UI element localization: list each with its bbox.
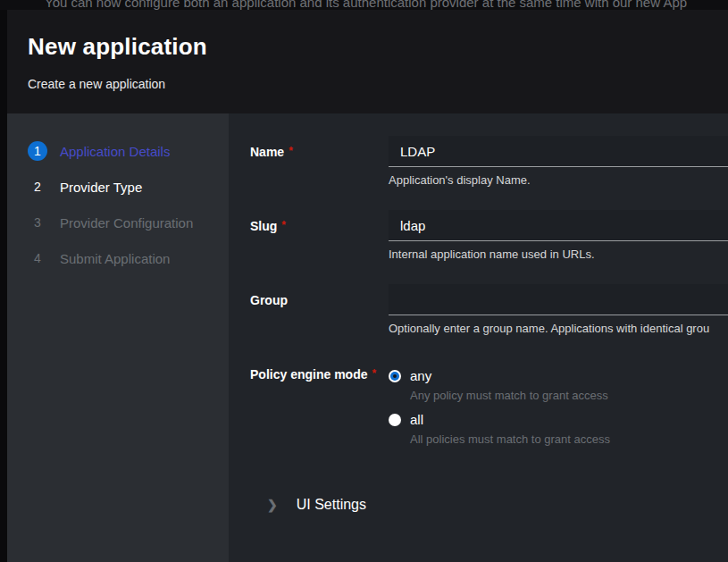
wizard-step-nav: 1 Application Details 2 Provider Type 3 … — [7, 113, 229, 562]
radio-any[interactable] — [389, 370, 401, 382]
step-provider-configuration: 3 Provider Configuration — [7, 205, 229, 240]
radio-all-label[interactable]: all — [410, 412, 423, 427]
step-3-label: Provider Configuration — [60, 215, 193, 231]
modal-header: New application Create a new application — [7, 10, 728, 113]
radio-any-label[interactable]: any — [410, 368, 431, 383]
name-input[interactable] — [389, 136, 728, 167]
group-help: Optionally enter a group name. Applicati… — [389, 322, 728, 335]
ui-settings-expander[interactable]: ❯ UI Settings — [250, 497, 728, 513]
policy-required-asterisk: * — [372, 367, 376, 380]
slug-field-row: Slug* Internal application name used in … — [250, 210, 728, 261]
ui-settings-label: UI Settings — [297, 497, 366, 513]
modal-body: 1 Application Details 2 Provider Type 3 … — [7, 113, 728, 562]
name-field-row: Name* Application's display Name. — [250, 136, 728, 187]
application-details-form: Name* Application's display Name. Slug* … — [229, 113, 728, 562]
name-field: Application's display Name. — [389, 136, 728, 187]
radio-all[interactable] — [389, 414, 401, 426]
policy-engine-mode-label: Policy engine mode* — [250, 358, 389, 456]
policy-engine-mode-options: any Any policy must match to grant acces… — [389, 358, 728, 456]
step-1-label: Application Details — [60, 144, 170, 159]
slug-label: Slug* — [250, 210, 389, 261]
slug-label-text: Slug — [250, 219, 277, 233]
step-provider-type[interactable]: 2 Provider Type — [7, 169, 229, 205]
group-input[interactable] — [389, 284, 728, 315]
radio-all-help: All policies must match to grant access — [410, 432, 728, 446]
group-field: Optionally enter a group name. Applicati… — [389, 284, 728, 335]
slug-required-asterisk: * — [281, 219, 286, 231]
policy-option-all: all All policies must match to grant acc… — [389, 412, 728, 446]
step-4-indicator: 4 — [28, 248, 47, 268]
name-help: Application's display Name. — [389, 173, 728, 187]
slug-field: Internal application name used in URLs. — [389, 210, 728, 261]
group-field-row: Group Optionally enter a group name. App… — [250, 284, 728, 335]
step-2-indicator: 2 — [28, 177, 47, 197]
banner-text: You can now configure both an applicatio… — [45, 0, 687, 10]
policy-option-any: any Any policy must match to grant acces… — [389, 368, 728, 402]
name-label: Name* — [250, 136, 389, 187]
page-title: New application — [28, 33, 728, 61]
slug-help: Internal application name used in URLs. — [389, 247, 728, 261]
group-label: Group — [250, 284, 389, 335]
name-required-asterisk: * — [289, 145, 293, 157]
policy-engine-mode-row: Policy engine mode* any Any policy must … — [250, 358, 728, 456]
new-application-modal: New application Create a new application… — [7, 10, 728, 562]
page-subtitle: Create a new application — [28, 77, 728, 91]
policy-engine-mode-label-text: Policy engine mode — [250, 367, 367, 382]
step-application-details[interactable]: 1 Application Details — [7, 133, 229, 169]
slug-input[interactable] — [389, 210, 728, 241]
group-label-text: Group — [250, 293, 288, 307]
step-submit-application: 4 Submit Application — [7, 240, 229, 276]
notification-banner: You can now configure both an applicatio… — [0, 0, 728, 10]
step-3-indicator: 3 — [28, 213, 47, 232]
name-label-text: Name — [250, 145, 284, 159]
step-1-indicator: 1 — [28, 141, 47, 161]
radio-any-line: any — [389, 368, 728, 383]
chevron-right-icon[interactable]: ❯ — [267, 498, 278, 512]
radio-all-line: all — [389, 412, 728, 427]
step-4-label: Submit Application — [60, 251, 170, 266]
step-2-label: Provider Type — [60, 180, 142, 195]
radio-any-help: Any policy must match to grant access — [410, 389, 728, 402]
